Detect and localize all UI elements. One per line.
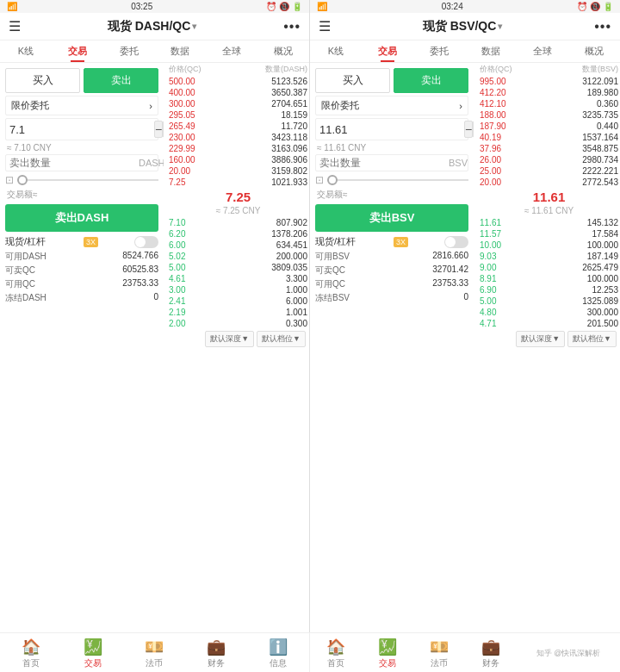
time-right: 03:24 bbox=[442, 2, 463, 11]
hamburger-dash[interactable]: ☰ bbox=[9, 18, 21, 34]
tab-overview-bsv[interactable]: 概况 bbox=[568, 40, 620, 62]
buy-btn-bsv[interactable]: 买入 bbox=[315, 68, 390, 93]
nav-tabs-bsv: K线 交易 委托 数据 全球 概况 bbox=[310, 40, 620, 63]
tab-order-dash[interactable]: 委托 bbox=[103, 40, 155, 62]
price-plus-bsv[interactable]: + bbox=[473, 121, 474, 138]
ob-header-dash: 价格(QC) 数量(DASH) bbox=[167, 63, 309, 76]
main-price-sub-bsv: ≈ 11.61 CNY bbox=[478, 206, 620, 217]
tab-trade-bsv[interactable]: 交易 bbox=[362, 40, 413, 62]
caret-dash: ▾ bbox=[192, 22, 196, 31]
total-label-bsv: 交易额≈ bbox=[317, 189, 467, 201]
watermark-area: 知乎 @快讯深解析 bbox=[517, 633, 620, 672]
fiat-icon-right: 💴 bbox=[430, 638, 449, 656]
info-row-3-dash: 冻结DASH 0 bbox=[5, 291, 158, 305]
info-label-left: 信息 bbox=[270, 657, 287, 669]
qty-input-dash[interactable] bbox=[9, 157, 139, 169]
qty-slider-dash[interactable] bbox=[17, 179, 158, 181]
price-minus-dash[interactable]: − bbox=[154, 121, 163, 138]
qty-input-bsv[interactable] bbox=[319, 157, 449, 169]
bottom-tab-home-left[interactable]: 🏠 首页 bbox=[0, 633, 62, 672]
price-plus-dash[interactable]: + bbox=[163, 121, 164, 138]
tab-overview-dash[interactable]: 概况 bbox=[257, 40, 309, 62]
status-right: 📶 03:24 ⏰ 📵 🔋 bbox=[310, 0, 620, 13]
ob-sell-160: 160.003886.906 bbox=[167, 154, 309, 165]
slider-container-dash: ⊡ bbox=[5, 174, 158, 186]
bottom-tab-trade-right[interactable]: 💹 交易 bbox=[362, 633, 413, 672]
signal-left: 📶 bbox=[7, 2, 17, 11]
sell-action-btn-dash[interactable]: 卖出DASH bbox=[5, 204, 158, 232]
bottom-tab-trade-left[interactable]: 💹 交易 bbox=[62, 633, 124, 672]
title-dash: 现货 DASH/QC ▾ bbox=[108, 19, 196, 34]
tab-global-dash[interactable]: 全球 bbox=[206, 40, 257, 62]
watermark-text: 知乎 @快讯深解析 bbox=[536, 648, 601, 659]
buy-sell-row-dash: 买入 卖出 bbox=[5, 68, 158, 93]
depth-btn-2-bsv[interactable]: 默认档位▼ bbox=[567, 331, 617, 347]
leverage-label-dash: 现货/杠杆 bbox=[5, 235, 46, 248]
order-type-arrow-bsv: › bbox=[459, 101, 462, 111]
tab-trade-dash[interactable]: 交易 bbox=[52, 40, 103, 62]
home-label-left: 首页 bbox=[22, 657, 40, 669]
ob-buy-241: 2.416.000 bbox=[167, 296, 309, 307]
tab-kline-bsv[interactable]: K线 bbox=[310, 40, 362, 62]
qty-slider-bsv[interactable] bbox=[327, 179, 468, 181]
bottom-tab-finance-right[interactable]: 💼 财务 bbox=[465, 633, 517, 672]
leverage-badge-dash: 3X bbox=[84, 237, 98, 247]
tab-data-dash[interactable]: 数据 bbox=[154, 40, 206, 62]
depth-row-bsv: 默认深度▼ 默认档位▼ bbox=[481, 331, 617, 347]
depth-row-dash: 默认深度▼ 默认档位▼ bbox=[170, 331, 306, 347]
bottom-right: 🏠 首页 💹 交易 💴 法币 💼 财务 知乎 @快讯深解析 bbox=[310, 633, 620, 672]
tab-data-bsv[interactable]: 数据 bbox=[465, 40, 517, 62]
bottom-tab-fiat-right[interactable]: 💴 法币 bbox=[413, 633, 465, 672]
finance-icon-left: 💼 bbox=[207, 638, 226, 656]
bottom-tab-fiat-left[interactable]: 💴 法币 bbox=[124, 633, 186, 672]
sell-action-btn-bsv[interactable]: 卖出BSV bbox=[315, 204, 468, 232]
ob-sell-4019: 40.191537.164 bbox=[478, 132, 620, 143]
ob-sell-25: 25.002222.221 bbox=[478, 165, 620, 177]
qty-row-bsv: BSV bbox=[315, 154, 468, 171]
tab-order-bsv[interactable]: 委托 bbox=[413, 40, 465, 62]
buy-btn-dash[interactable]: 买入 bbox=[5, 68, 80, 93]
ob-buy-300: 3.001.000 bbox=[167, 284, 309, 296]
tab-global-bsv[interactable]: 全球 bbox=[517, 40, 568, 62]
hamburger-bsv[interactable]: ☰ bbox=[319, 18, 331, 34]
order-type-bsv[interactable]: 限价委托 › bbox=[315, 96, 468, 115]
leverage-badge-bsv: 3X bbox=[394, 237, 408, 247]
ob-sell-230: 230.003423.118 bbox=[167, 132, 309, 143]
order-type-dash[interactable]: 限价委托 › bbox=[5, 96, 158, 115]
home-icon-right: 🏠 bbox=[326, 638, 345, 656]
bottom-left: 🏠 首页 💹 交易 💴 法币 💼 财务 ℹ️ 信息 bbox=[0, 633, 310, 672]
bottom-tab-finance-left[interactable]: 💼 财务 bbox=[185, 633, 247, 672]
bottom-tab-home-right[interactable]: 🏠 首页 bbox=[310, 633, 362, 672]
time-left: 03:25 bbox=[131, 2, 152, 11]
sell-btn-bsv[interactable]: 卖出 bbox=[394, 68, 468, 93]
ob-sell-500: 500.005123.526 bbox=[167, 76, 309, 87]
depth-btn-2-dash[interactable]: 默认档位▼ bbox=[257, 331, 306, 347]
tab-kline-dash[interactable]: K线 bbox=[0, 40, 52, 62]
bottom-tab-info-left[interactable]: ℹ️ 信息 bbox=[247, 633, 309, 672]
depth-btn-1-dash[interactable]: 默认深度▼ bbox=[205, 331, 254, 347]
ob-sell-3796: 37.963548.875 bbox=[478, 143, 620, 154]
price-input-dash[interactable] bbox=[9, 123, 154, 136]
ob-buy-891: 8.91100.000 bbox=[478, 273, 620, 284]
more-bsv[interactable]: ••• bbox=[594, 19, 611, 34]
ob-buy-620: 6.201378.206 bbox=[167, 228, 309, 240]
ob-buy-200: 2.000.300 bbox=[167, 318, 309, 329]
finance-label-right: 财务 bbox=[482, 657, 499, 669]
price-input-bsv[interactable] bbox=[319, 123, 464, 136]
total-label-dash: 交易额≈ bbox=[7, 189, 157, 201]
panel-body-dash: 买入 卖出 限价委托 › − + ≈ 7.10 CNY DASH bbox=[0, 63, 309, 632]
more-dash[interactable]: ••• bbox=[283, 19, 301, 34]
ob-buy-900: 9.002625.479 bbox=[478, 262, 620, 273]
trade-label-right: 交易 bbox=[379, 657, 396, 669]
ob-buy-480: 4.80300.000 bbox=[478, 307, 620, 318]
depth-btn-1-bsv[interactable]: 默认深度▼ bbox=[516, 331, 565, 347]
ob-sell-295: 295.0518.159 bbox=[167, 109, 309, 121]
main-price-bsv: 11.61 bbox=[478, 188, 620, 206]
trade-icon-left: 💹 bbox=[84, 638, 102, 656]
slider-icon-bsv: ⊡ bbox=[315, 174, 324, 186]
slider-container-bsv: ⊡ bbox=[315, 174, 468, 186]
toggle-bsv[interactable] bbox=[444, 236, 468, 248]
sell-btn-dash[interactable]: 卖出 bbox=[84, 68, 158, 93]
toggle-dash[interactable] bbox=[134, 236, 158, 248]
price-minus-bsv[interactable]: − bbox=[464, 121, 473, 138]
